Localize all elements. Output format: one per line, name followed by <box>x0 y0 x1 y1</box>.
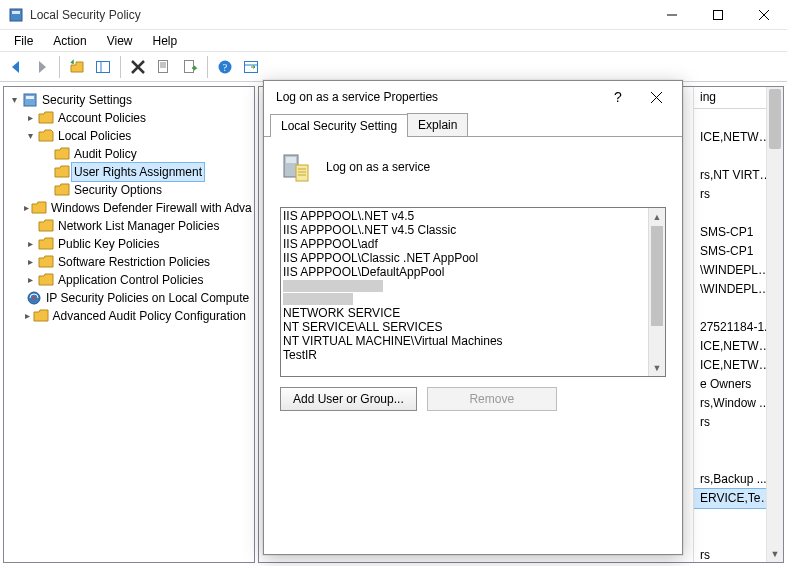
tree-item-label: User Rights Assignment <box>72 163 204 181</box>
delete-button[interactable] <box>126 55 150 79</box>
up-button[interactable] <box>65 55 89 79</box>
member-item[interactable]: NT SERVICE\ALL SERVICES <box>283 320 646 334</box>
member-item[interactable]: IIS APPPOOL\.NET v4.5 Classic <box>283 223 646 237</box>
folder-icon <box>38 218 54 234</box>
toolbar: ? <box>0 52 787 82</box>
tree-item[interactable]: ▸Advanced Audit Policy Configuration <box>24 307 254 325</box>
folder-icon <box>54 182 70 198</box>
dialog-title: Log on as a service Properties <box>276 90 600 104</box>
tree-item[interactable]: IP Security Policies on Local Compute <box>24 289 254 307</box>
svg-rect-1 <box>12 11 20 14</box>
forward-button[interactable] <box>30 55 54 79</box>
tree-item[interactable]: ▾Local Policies <box>24 127 254 145</box>
remove-button[interactable]: Remove <box>427 387 557 411</box>
properties-dialog: Log on as a service Properties ? Local S… <box>263 80 683 555</box>
tree-item[interactable]: Network List Manager Policies <box>24 217 254 235</box>
menu-bar: File Action View Help <box>0 30 787 52</box>
close-button[interactable] <box>741 0 787 30</box>
folder-icon <box>38 236 54 252</box>
tree-item-label: Application Control Policies <box>56 271 205 289</box>
members-listbox[interactable]: IIS APPPOOL\.NET v4.5IIS APPPOOL\.NET v4… <box>280 207 666 377</box>
expand-icon[interactable]: ▸ <box>24 274 36 286</box>
folder-icon <box>38 110 54 126</box>
svg-rect-14 <box>185 60 194 72</box>
folder-icon <box>54 164 70 180</box>
back-button[interactable] <box>4 55 28 79</box>
tree-item[interactable]: Security Options <box>40 181 254 199</box>
expand-icon[interactable]: ▸ <box>24 202 29 214</box>
folder-icon <box>38 254 54 270</box>
tree-item[interactable]: ▸Windows Defender Firewall with Adva <box>24 199 254 217</box>
dialog-help-button[interactable]: ? <box>600 83 636 111</box>
tree-root-item[interactable]: ▾Security Settings <box>8 91 254 109</box>
tree-item[interactable]: ▸Public Key Policies <box>24 235 254 253</box>
add-user-or-group-button[interactable]: Add User or Group... <box>280 387 417 411</box>
tree-item[interactable]: User Rights Assignment <box>40 163 254 181</box>
tree-item-label: Advanced Audit Policy Configuration <box>51 307 248 325</box>
svg-rect-19 <box>24 94 36 106</box>
export-list-button[interactable] <box>178 55 202 79</box>
tree-item[interactable]: ▸Software Restriction Policies <box>24 253 254 271</box>
expand-icon[interactable]: ▾ <box>24 130 36 142</box>
member-item[interactable]: IIS APPPOOL\adf <box>283 237 646 251</box>
help-button[interactable]: ? <box>213 55 237 79</box>
tree-item-label: Local Policies <box>56 127 133 145</box>
redacted-member <box>283 280 383 292</box>
tree-item-label: Network List Manager Policies <box>56 217 221 235</box>
tree-pane[interactable]: ▾Security Settings▸Account Policies▾Loca… <box>3 86 255 563</box>
tab-explain[interactable]: Explain <box>407 113 468 136</box>
app-icon <box>8 7 24 23</box>
listbox-scrollbar-thumb[interactable] <box>651 226 663 326</box>
folder-icon <box>38 128 54 144</box>
menu-view[interactable]: View <box>99 32 141 50</box>
menu-help[interactable]: Help <box>145 32 186 50</box>
dialog-close-button[interactable] <box>636 83 676 111</box>
expand-icon[interactable]: ▸ <box>24 256 36 268</box>
menu-file[interactable]: File <box>6 32 41 50</box>
member-item[interactable]: IIS APPPOOL\.NET v4.5 <box>283 209 646 223</box>
member-item[interactable]: TestIR <box>283 348 646 362</box>
scrollbar-thumb[interactable] <box>769 89 781 149</box>
expand-icon[interactable]: ▸ <box>24 112 36 124</box>
listbox-scroll-down-icon[interactable]: ▼ <box>649 359 665 376</box>
minimize-button[interactable] <box>649 0 695 30</box>
folder-icon <box>26 290 42 306</box>
tree-item-label: Security Settings <box>40 91 134 109</box>
expand-icon[interactable]: ▸ <box>24 310 31 322</box>
tree-item-label: Security Options <box>72 181 164 199</box>
member-item[interactable]: NETWORK SERVICE <box>283 306 646 320</box>
expand-icon[interactable]: ▸ <box>24 238 36 250</box>
show-hide-tree-button[interactable] <box>91 55 115 79</box>
svg-point-22 <box>33 297 36 300</box>
tree-item-label: Software Restriction Policies <box>56 253 212 271</box>
menu-action[interactable]: Action <box>45 32 94 50</box>
tree-item-label: IP Security Policies on Local Compute <box>44 289 251 307</box>
listbox-scroll-up-icon[interactable]: ▲ <box>649 208 665 225</box>
window-title: Local Security Policy <box>30 8 141 22</box>
maximize-button[interactable] <box>695 0 741 30</box>
member-item[interactable]: IIS APPPOOL\DefaultAppPool <box>283 265 646 279</box>
tree-item-label: Windows Defender Firewall with Adva <box>49 199 254 217</box>
member-item[interactable]: IIS APPPOOL\Classic .NET AppPool <box>283 251 646 265</box>
dialog-title-bar[interactable]: Log on as a service Properties ? <box>264 81 682 113</box>
details-scrollbar[interactable]: ▲ ▼ <box>766 87 783 562</box>
title-bar: Local Security Policy <box>0 0 787 30</box>
svg-rect-20 <box>26 96 34 99</box>
tree-item[interactable]: ▸Application Control Policies <box>24 271 254 289</box>
folder-icon <box>38 272 54 288</box>
policy-name-label: Log on as a service <box>326 160 430 174</box>
folder-icon <box>33 308 49 324</box>
tree-item[interactable]: Audit Policy <box>40 145 254 163</box>
tree-item[interactable]: ▸Account Policies <box>24 109 254 127</box>
svg-rect-6 <box>97 61 110 72</box>
svg-text:?: ? <box>223 62 228 73</box>
tab-local-security-setting[interactable]: Local Security Setting <box>270 114 408 137</box>
tree-item-label: Audit Policy <box>72 145 139 163</box>
listbox-scrollbar[interactable]: ▲ ▼ <box>648 208 665 376</box>
folder-icon <box>31 200 47 216</box>
member-item[interactable]: NT VIRTUAL MACHINE\Virtual Machines <box>283 334 646 348</box>
properties-button[interactable] <box>152 55 176 79</box>
refresh-button[interactable] <box>239 55 263 79</box>
scroll-down-icon[interactable]: ▼ <box>767 545 783 562</box>
expand-icon[interactable]: ▾ <box>8 94 20 106</box>
